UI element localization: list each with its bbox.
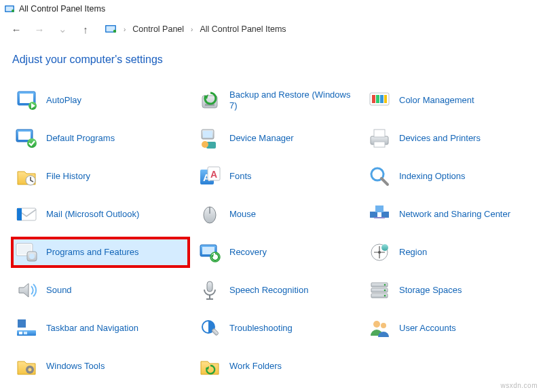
item-label: Mouse	[229, 209, 256, 220]
window-title: All Control Panel Items	[19, 4, 105, 14]
svg-rect-67	[18, 319, 26, 328]
sound-icon	[15, 279, 38, 302]
item-label: Color Management	[399, 95, 474, 106]
svg-rect-15	[376, 95, 379, 103]
file-history-icon	[15, 165, 38, 188]
svg-rect-7	[20, 94, 33, 103]
network-sharing-icon	[368, 203, 391, 226]
item-user-accounts[interactable]: User Accounts	[365, 314, 542, 342]
fonts-icon: A A	[198, 165, 221, 188]
item-label: Mail (Microsoft Outlook)	[46, 209, 139, 220]
svg-rect-36	[17, 208, 22, 220]
programs-features-icon	[15, 241, 38, 264]
svg-point-52	[378, 251, 381, 254]
svg-point-20	[27, 138, 37, 148]
svg-rect-39	[370, 212, 377, 218]
autoplay-icon	[15, 89, 38, 112]
svg-rect-55	[207, 281, 212, 292]
item-label: Indexing Options	[399, 171, 466, 182]
item-label: Backup and Restore (Windows 7)	[229, 90, 356, 111]
item-speech-recognition[interactable]: Speech Recognition	[195, 276, 358, 305]
svg-rect-19	[18, 132, 31, 140]
chevron-right-icon[interactable]: ›	[188, 26, 195, 33]
devices-printers-icon	[368, 127, 391, 150]
item-autoplay[interactable]: AutoPlay	[12, 86, 189, 115]
address-bar[interactable]: › Control Panel › All Control Panel Item…	[105, 23, 288, 35]
work-folders-icon	[198, 355, 221, 378]
recent-locations-button[interactable]: ⌄	[54, 21, 71, 37]
user-accounts-icon	[368, 317, 391, 340]
svg-rect-22	[203, 131, 212, 138]
item-fonts[interactable]: A A Fonts	[195, 162, 358, 191]
breadcrumb-current[interactable]: All Control Panel Items	[198, 23, 287, 35]
svg-point-24	[202, 141, 208, 148]
item-file-history[interactable]: File History	[12, 162, 189, 191]
item-label: Windows Tools	[46, 361, 105, 372]
item-taskbar-navigation[interactable]: Taskbar and Navigation	[12, 314, 189, 342]
item-label: Work Folders	[229, 361, 282, 372]
item-region[interactable]: Region	[365, 238, 542, 267]
navigation-bar: ← → ⌄ ↑ › Control Panel › All Control Pa…	[0, 16, 543, 43]
item-work-folders[interactable]: Work Folders	[195, 352, 358, 380]
svg-point-2	[12, 9, 14, 12]
title-bar: All Control Panel Items	[0, 0, 543, 16]
item-color-management[interactable]: Color Management	[365, 86, 542, 115]
svg-point-62	[384, 290, 386, 292]
item-recovery[interactable]: Recovery	[195, 238, 358, 267]
indexing-options-icon	[368, 165, 391, 188]
svg-point-46	[29, 254, 35, 259]
item-network-sharing[interactable]: Network and Sharing Center	[365, 200, 542, 229]
svg-rect-41	[375, 205, 383, 212]
speech-recognition-icon	[198, 279, 221, 302]
svg-text:A: A	[210, 169, 217, 180]
item-sound[interactable]: Sound	[12, 276, 189, 305]
svg-rect-27	[374, 142, 385, 147]
svg-rect-14	[372, 95, 375, 103]
recovery-icon	[198, 241, 221, 264]
region-icon	[368, 241, 391, 264]
svg-point-70	[373, 321, 380, 328]
default-programs-icon	[15, 127, 38, 150]
item-label: Fonts	[229, 171, 252, 182]
item-label: File History	[46, 171, 90, 182]
svg-rect-40	[381, 212, 389, 218]
item-troubleshooting[interactable]: Troubleshooting	[195, 314, 358, 342]
item-label: Default Programs	[46, 133, 115, 144]
item-label: User Accounts	[399, 323, 456, 334]
item-programs-features[interactable]: Programs and Features	[12, 238, 189, 267]
item-indexing-options[interactable]: Indexing Options	[365, 162, 542, 191]
svg-point-5	[113, 30, 116, 33]
forward-button[interactable]: →	[31, 21, 48, 37]
back-button[interactable]: ←	[8, 21, 24, 37]
item-label: Device Manager	[229, 133, 294, 144]
item-windows-tools[interactable]: Windows Tools	[12, 352, 189, 380]
up-button[interactable]: ↑	[77, 21, 94, 37]
item-label: Speech Recognition	[229, 285, 308, 296]
item-label: Storage Spaces	[399, 285, 462, 296]
item-devices-printers[interactable]: Devices and Printers	[365, 124, 542, 153]
item-device-manager[interactable]: Device Manager	[195, 124, 358, 153]
item-label: Network and Sharing Center	[399, 209, 510, 220]
item-default-programs[interactable]: Default Programs	[12, 124, 189, 153]
watermark: wsxdn.com	[500, 382, 538, 389]
item-mouse[interactable]: Mouse	[195, 200, 358, 229]
breadcrumb-control-panel[interactable]: Control Panel	[131, 23, 185, 35]
items-grid: AutoPlay Backup and Restore (Windows 7) …	[0, 71, 543, 387]
mouse-icon	[198, 203, 221, 226]
color-management-icon	[368, 89, 391, 112]
item-storage-spaces[interactable]: Storage Spaces	[365, 276, 542, 305]
storage-spaces-icon	[368, 279, 391, 302]
item-label: Programs and Features	[46, 247, 139, 258]
item-backup-restore[interactable]: Backup and Restore (Windows 7)	[195, 86, 358, 115]
svg-point-63	[384, 295, 386, 297]
svg-point-53	[381, 244, 388, 251]
control-panel-icon	[105, 23, 117, 35]
svg-rect-16	[380, 95, 383, 103]
item-label: Region	[399, 247, 427, 258]
chevron-right-icon[interactable]: ›	[121, 26, 128, 33]
item-mail[interactable]: Mail (Microsoft Outlook)	[12, 200, 189, 229]
item-label: Sound	[46, 285, 72, 296]
troubleshooting-icon	[198, 317, 221, 340]
mail-icon	[15, 203, 38, 226]
svg-rect-66	[24, 332, 27, 334]
